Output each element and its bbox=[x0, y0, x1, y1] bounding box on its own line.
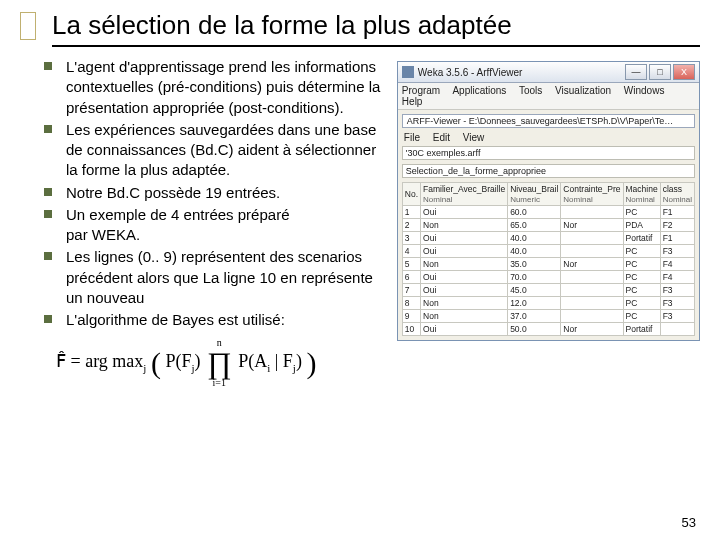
bullet-item: Les lignes (0.. 9) représentent des scen… bbox=[44, 247, 376, 308]
table-cell: Oui bbox=[421, 284, 508, 297]
table-header[interactable]: Niveau_BrailNumeric bbox=[508, 183, 561, 206]
bullet-item: L'agent d'apprentissage prend les inform… bbox=[44, 57, 391, 118]
weka-menu-file[interactable]: File Edit View bbox=[402, 131, 695, 144]
table-row[interactable]: 7Oui45.0PCF3 bbox=[402, 284, 694, 297]
table-cell: 50.0 bbox=[508, 323, 561, 336]
table-cell: Oui bbox=[421, 245, 508, 258]
table-header[interactable]: Contrainte_PreNominal bbox=[561, 183, 623, 206]
table-row[interactable]: 9Non37.0PCF3 bbox=[402, 310, 694, 323]
table-cell: 6 bbox=[402, 271, 420, 284]
table-cell: 70.0 bbox=[508, 271, 561, 284]
table-cell bbox=[561, 245, 623, 258]
table-cell bbox=[561, 271, 623, 284]
table-cell: 40.0 bbox=[508, 232, 561, 245]
table-row[interactable]: 5Non35.0NorPCF4 bbox=[402, 258, 694, 271]
table-cell: 7 bbox=[402, 284, 420, 297]
table-row[interactable]: 10Oui50.0NorPortatif bbox=[402, 323, 694, 336]
table-cell: 2 bbox=[402, 219, 420, 232]
table-cell: Portatif bbox=[623, 232, 660, 245]
table-cell: 40.0 bbox=[508, 245, 561, 258]
table-cell: 37.0 bbox=[508, 310, 561, 323]
table-cell: PDA bbox=[623, 219, 660, 232]
weka-data-table: No.Familier_Avec_BrailleNominalNiveau_Br… bbox=[402, 182, 695, 336]
table-cell: Nor bbox=[561, 323, 623, 336]
table-row[interactable]: 3Oui40.0PortatifF1 bbox=[402, 232, 694, 245]
table-cell: 1 bbox=[402, 206, 420, 219]
table-cell: F2 bbox=[660, 219, 694, 232]
table-cell: 4 bbox=[402, 245, 420, 258]
table-cell bbox=[561, 284, 623, 297]
table-cell bbox=[561, 232, 623, 245]
table-cell: F1 bbox=[660, 206, 694, 219]
weka-relation-tab[interactable]: Selection_de_la_forme_appropriee bbox=[402, 164, 695, 178]
table-cell: F4 bbox=[660, 258, 694, 271]
table-cell bbox=[660, 323, 694, 336]
weka-filename-field[interactable]: '30C exemples.arff bbox=[402, 146, 695, 160]
bullet-item: Notre Bd.C possède 19 entrées. bbox=[44, 183, 391, 203]
table-cell: PC bbox=[623, 310, 660, 323]
table-cell bbox=[561, 206, 623, 219]
table-row[interactable]: 4Oui40.0PCF3 bbox=[402, 245, 694, 258]
table-cell: PC bbox=[623, 245, 660, 258]
table-cell: F3 bbox=[660, 297, 694, 310]
weka-menu-main[interactable]: Program Applications Tools Visualization… bbox=[398, 83, 699, 110]
table-row[interactable]: 6Oui70.0PCF4 bbox=[402, 271, 694, 284]
table-cell: 8 bbox=[402, 297, 420, 310]
weka-app-icon bbox=[402, 66, 414, 78]
bullet-item: L'algorithme de Bayes est utilisé: bbox=[44, 310, 391, 330]
slide-title: La sélection de la forme la plus adaptée bbox=[52, 10, 700, 47]
table-cell: 3 bbox=[402, 232, 420, 245]
table-cell: F3 bbox=[660, 245, 694, 258]
table-cell: Portatif bbox=[623, 323, 660, 336]
table-cell: Non bbox=[421, 297, 508, 310]
weka-window: Weka 3.5.6 - ArffViewer — □ X Program Ap… bbox=[397, 61, 700, 341]
bullet-item: Un exemple de 4 entrées préparé par WEKA… bbox=[44, 205, 296, 246]
decorative-corner bbox=[20, 12, 36, 40]
table-cell: Nor bbox=[561, 258, 623, 271]
table-cell: F4 bbox=[660, 271, 694, 284]
weka-titlebar[interactable]: Weka 3.5.6 - ArffViewer — □ X bbox=[398, 62, 699, 83]
bayes-formula: F̂ = arg maxj ( P(Fj) n ∏ i=1 P(Ai | Fj)… bbox=[56, 338, 391, 388]
table-row[interactable]: 2Non65.0NorPDAF2 bbox=[402, 219, 694, 232]
window-maximize-button[interactable]: □ bbox=[649, 64, 671, 80]
bullet-list: L'agent d'apprentissage prend les inform… bbox=[44, 57, 391, 330]
table-row[interactable]: 1Oui60.0PCF1 bbox=[402, 206, 694, 219]
weka-title: Weka 3.5.6 - ArffViewer bbox=[418, 67, 625, 78]
table-cell: 12.0 bbox=[508, 297, 561, 310]
table-header[interactable]: Familier_Avec_BrailleNominal bbox=[421, 183, 508, 206]
table-cell: PC bbox=[623, 258, 660, 271]
table-cell: F1 bbox=[660, 232, 694, 245]
window-close-button[interactable]: X bbox=[673, 64, 695, 80]
table-cell: PC bbox=[623, 206, 660, 219]
table-cell: 5 bbox=[402, 258, 420, 271]
table-header[interactable]: classNominal bbox=[660, 183, 694, 206]
table-cell: PC bbox=[623, 271, 660, 284]
table-cell: PC bbox=[623, 297, 660, 310]
table-cell: Non bbox=[421, 219, 508, 232]
table-cell: F3 bbox=[660, 284, 694, 297]
table-cell bbox=[561, 297, 623, 310]
table-cell: PC bbox=[623, 284, 660, 297]
page-number: 53 bbox=[682, 515, 696, 530]
table-cell: 65.0 bbox=[508, 219, 561, 232]
table-cell: 35.0 bbox=[508, 258, 561, 271]
table-cell: Non bbox=[421, 258, 508, 271]
table-cell: Oui bbox=[421, 232, 508, 245]
weka-subwindow-title: ARFF-Viewer - E:\Donnees_sauvegardees\ET… bbox=[402, 114, 695, 128]
table-cell: 60.0 bbox=[508, 206, 561, 219]
table-cell: Oui bbox=[421, 271, 508, 284]
bullet-item: Les expériences sauvegardées dans une ba… bbox=[44, 120, 391, 181]
table-cell: 10 bbox=[402, 323, 420, 336]
table-cell: F3 bbox=[660, 310, 694, 323]
table-cell: Oui bbox=[421, 206, 508, 219]
table-cell: 45.0 bbox=[508, 284, 561, 297]
table-cell: Non bbox=[421, 310, 508, 323]
table-row[interactable]: 8Non12.0PCF3 bbox=[402, 297, 694, 310]
table-cell: Nor bbox=[561, 219, 623, 232]
table-header[interactable]: MachineNominal bbox=[623, 183, 660, 206]
table-cell bbox=[561, 310, 623, 323]
window-minimize-button[interactable]: — bbox=[625, 64, 647, 80]
table-cell: 9 bbox=[402, 310, 420, 323]
table-header[interactable]: No. bbox=[402, 183, 420, 206]
table-cell: Oui bbox=[421, 323, 508, 336]
